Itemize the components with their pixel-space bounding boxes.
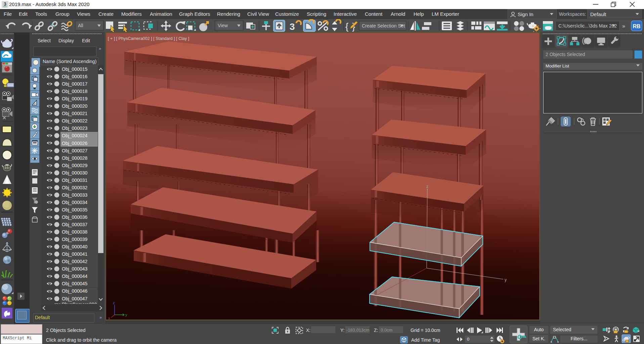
svg-text:y: y [505, 278, 507, 282]
svg-text:All: All [78, 23, 83, 28]
svg-text:MAX: MAX [3, 6, 7, 8]
svg-text:»: » [622, 23, 625, 29]
svg-text:RB: RB [633, 23, 640, 29]
svg-text:z: z [113, 301, 115, 305]
svg-text:x: x [108, 316, 110, 320]
svg-text:C:\Users\clic...\3ds Max 202: C:\Users\clic...\3ds Max 202 [558, 23, 617, 29]
svg-text:{: { [345, 21, 348, 32]
svg-text:[ + ] [ PhysCamera002 ] [ Stan: [ + ] [ PhysCamera002 ] [ Standard ] [ C… [108, 36, 189, 41]
svg-text:y: y [125, 313, 127, 317]
svg-text:Create Selection Set: Create Selection Set [362, 23, 405, 29]
svg-text:3: 3 [290, 21, 295, 32]
svg-text:View: View [218, 23, 228, 28]
svg-text:z: z [426, 184, 428, 189]
